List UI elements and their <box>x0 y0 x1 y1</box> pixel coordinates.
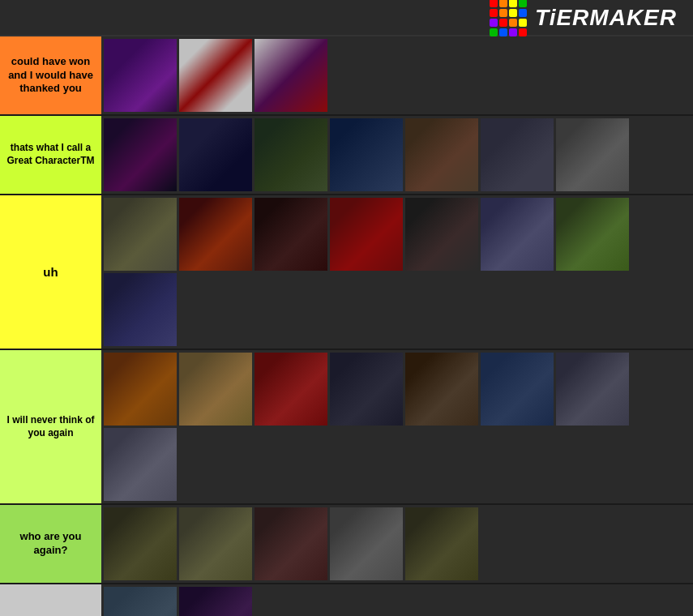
list-item <box>556 118 629 191</box>
list-item <box>481 353 554 426</box>
list-item <box>330 353 403 426</box>
list-item <box>179 353 252 426</box>
logo-cell <box>519 19 527 27</box>
tier-images-yellow <box>101 195 693 349</box>
logo-cell <box>499 19 507 27</box>
tier-row-greenyellow: I will never think of you again <box>0 350 693 505</box>
list-item <box>556 198 629 271</box>
tier-images-gray <box>101 584 693 616</box>
list-item <box>179 39 252 112</box>
tier-images-yellowgreen <box>101 116 693 194</box>
list-item <box>104 353 177 426</box>
logo-cell <box>519 0 527 7</box>
list-item <box>179 587 252 616</box>
list-item <box>405 198 478 271</box>
logo-cell <box>490 0 498 7</box>
tier-label-yellowgreen: thats what I call a Great CharacterTM <box>0 116 101 194</box>
list-item <box>255 39 327 112</box>
list-item <box>405 353 478 426</box>
tier-list: TiERMAKER could have won and I would hav… <box>0 0 693 616</box>
list-item <box>405 507 478 580</box>
logo-cell <box>509 0 517 7</box>
list-item <box>104 273 177 346</box>
tier-row-gray: Director Hayward <box>0 584 693 616</box>
list-item <box>255 118 327 191</box>
logo-cell <box>499 9 507 17</box>
list-item <box>179 118 252 191</box>
logo-grid-icon <box>490 0 527 36</box>
list-item <box>179 198 252 271</box>
list-item <box>330 507 403 580</box>
tier-images-greenyellow <box>101 350 693 503</box>
logo-cell <box>519 9 527 17</box>
tier-row-yellowgreen: thats what I call a Great CharacterTM <box>0 116 693 195</box>
list-item <box>179 507 252 580</box>
list-item <box>556 353 629 426</box>
logo-cell <box>499 0 507 7</box>
tiermaker-logo-text: TiERMAKER <box>535 5 677 31</box>
list-item <box>104 39 177 112</box>
tier-label-yellow: uh <box>0 195 101 349</box>
tier-images-lightgreen <box>101 505 693 583</box>
tier-row-yellow: uh <box>0 195 693 350</box>
tier-label-greenyellow: I will never think of you again <box>0 350 101 503</box>
list-item <box>330 198 403 271</box>
logo-cell <box>499 28 507 36</box>
list-item <box>405 118 478 191</box>
tier-label-lightgreen: who are you again? <box>0 505 101 583</box>
list-item <box>104 587 177 616</box>
list-item <box>104 507 177 580</box>
tiermaker-logo: TiERMAKER <box>490 0 677 36</box>
tier-row-lightgreen: who are you again? <box>0 505 693 584</box>
list-item <box>481 198 554 271</box>
logo-cell <box>509 28 517 36</box>
list-item <box>330 118 403 191</box>
logo-cell <box>490 9 498 17</box>
list-item <box>255 198 327 271</box>
list-item <box>255 507 327 580</box>
logo-cell <box>509 19 517 27</box>
header: TiERMAKER <box>0 0 693 36</box>
logo-cell <box>509 9 517 17</box>
tier-label-gray: Director Hayward <box>0 584 101 616</box>
list-item <box>104 428 177 501</box>
tier-label-orange: could have won and I would have thanked … <box>0 36 101 114</box>
logo-cell <box>490 28 498 36</box>
logo-cell <box>490 19 498 27</box>
list-item <box>481 118 554 191</box>
tier-images-orange <box>101 36 693 114</box>
tier-row-orange: could have won and I would have thanked … <box>0 36 693 116</box>
list-item <box>104 118 177 191</box>
list-item <box>104 198 177 271</box>
logo-cell <box>519 28 527 36</box>
list-item <box>255 353 327 426</box>
